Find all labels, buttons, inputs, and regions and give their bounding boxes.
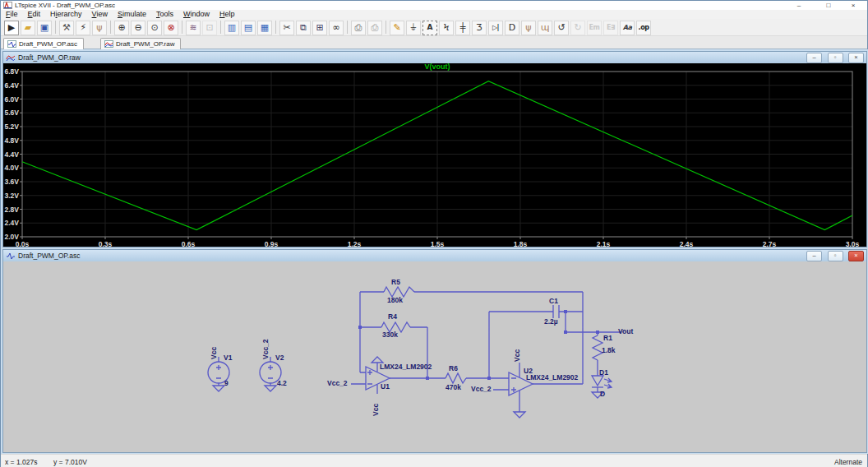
undo-icon[interactable]: ↺: [554, 21, 569, 35]
menu-edit[interactable]: Edit: [23, 10, 46, 19]
menu-window[interactable]: Window: [178, 10, 215, 19]
toolbar-separator: [182, 21, 182, 34]
y-tick-label: 6.4V: [5, 81, 20, 90]
inductor-icon[interactable]: Ʒ: [472, 21, 487, 35]
halt-icon[interactable]: ψ: [92, 21, 107, 35]
net-label-vcc2-u2: Vcc_2: [471, 386, 492, 393]
x-tick-label: 1.2s: [348, 240, 362, 247]
cascade-windows-icon[interactable]: ▦: [257, 21, 272, 35]
net-label-icon[interactable]: A: [422, 21, 437, 35]
close-button[interactable]: ×: [848, 251, 864, 261]
waveform-plot-area[interactable]: 0.0s0.3s0.6s0.9s1.2s1.5s1.8s2.1s2.4s2.7s…: [3, 63, 866, 247]
y-tick-label: 4.4V: [5, 150, 20, 159]
x-tick-label: 0.9s: [265, 240, 279, 247]
schematic-drawing: R5 180k R4 330k R6 470k C1 2.2µ R1 1.8k …: [3, 264, 866, 452]
minimize-button[interactable]: –: [806, 251, 822, 261]
label-v1-name: V1: [224, 354, 232, 362]
wire: [219, 292, 621, 412]
component-icon[interactable]: D: [505, 21, 519, 35]
toolbar-separator: [220, 21, 221, 34]
waveform-plot-svg[interactable]: 0.0s0.3s0.6s0.9s1.2s1.5s1.8s2.1s2.4s2.7s…: [3, 63, 866, 247]
ground-icon[interactable]: ⏚: [406, 21, 421, 35]
menu-view[interactable]: View: [87, 10, 113, 19]
zoom-extents-icon[interactable]: ⊗: [164, 21, 178, 35]
label-r6-name: R6: [449, 365, 458, 372]
move-icon[interactable]: ψ: [521, 21, 536, 35]
resistor-icon[interactable]: Ϟ: [439, 21, 454, 35]
waveform-icon: [104, 40, 113, 48]
redo-icon[interactable]: ↻: [570, 21, 585, 35]
wire-icon[interactable]: ✎: [390, 21, 404, 35]
mirror-icon[interactable]: E∃: [603, 21, 618, 35]
x-tick-label: 0.3s: [99, 240, 113, 247]
y-tick-label: 4.8V: [5, 136, 20, 145]
resistor-r6: [446, 373, 466, 383]
close-button[interactable]: ×: [844, 1, 862, 10]
plot-settings-icon[interactable]: ≋: [186, 21, 201, 35]
label-c1-value: 2.2µ: [544, 318, 558, 326]
open-folder-icon[interactable]: ▰: [21, 21, 35, 35]
ground-symbol-u1-top: [372, 357, 383, 363]
diode-icon[interactable]: ▷|: [488, 21, 503, 35]
control-panel-icon[interactable]: ⚒: [59, 21, 74, 35]
cut-icon[interactable]: ✂: [279, 21, 294, 35]
save-icon[interactable]: ▣: [37, 21, 52, 35]
close-button[interactable]: ×: [848, 53, 864, 63]
menu-hierarchy[interactable]: Hierarchy: [45, 10, 87, 19]
minimize-button[interactable]: –: [790, 1, 808, 10]
paste-icon[interactable]: ⊞: [312, 21, 327, 35]
y-tick-label: 2.8V: [5, 206, 20, 214]
menu-simulate[interactable]: Simulate: [113, 10, 151, 19]
zoom-in-icon[interactable]: ⊕: [114, 21, 129, 35]
ground-symbol-u2: [514, 412, 525, 418]
schematic-canvas[interactable]: R5 180k R4 330k R6 470k C1 2.2µ R1 1.8k …: [3, 261, 866, 452]
rotate-icon[interactable]: Em: [587, 21, 602, 35]
print-preview-icon[interactable]: ⎙: [367, 21, 382, 35]
maximize-button[interactable]: □: [820, 1, 838, 10]
x-tick-label: 1.5s: [431, 240, 445, 247]
toolbar-separator: [110, 21, 111, 34]
tile-horizontal-icon[interactable]: ▤: [241, 21, 256, 35]
source-v2-marks: [268, 365, 273, 378]
new-schematic-icon[interactable]: ▶: [4, 21, 19, 35]
capacitor-icon[interactable]: ╪: [455, 21, 470, 35]
menu-tools[interactable]: Tools: [151, 10, 178, 19]
restore-button[interactable]: ▫: [828, 251, 843, 261]
menu-help[interactable]: Help: [215, 10, 240, 19]
autorange-icon[interactable]: ⊡: [202, 21, 217, 35]
copy-icon[interactable]: ⧉: [296, 21, 311, 35]
y-tick-label: 6.0V: [5, 95, 20, 104]
label-u2-model: LMX24_LM2902: [526, 374, 578, 381]
text-icon[interactable]: Aa: [620, 21, 635, 35]
schematic-window-title: Draft_PWM_OP.asc: [18, 252, 80, 260]
mdi-area: Draft_PWM_OP.raw – ▫ × 0.0s0.3s0.6s0.9s1…: [1, 49, 868, 454]
menu-bar: FileEditHierarchyViewSimulateToolsWindow…: [1, 10, 867, 19]
capacitor-c1: [553, 305, 559, 318]
waveform-window: Draft_PWM_OP.raw – ▫ × 0.0s0.3s0.6s0.9s1…: [2, 51, 867, 247]
y-tick-label: 2.4V: [5, 219, 20, 227]
tab-draft-pwm-op-asc[interactable]: Draft_PWM_OP.asc: [3, 38, 84, 49]
y-tick-label: 4.0V: [5, 164, 20, 172]
cursor-y-readout: y = 7.010V: [53, 458, 87, 466]
minimize-button[interactable]: –: [806, 53, 822, 63]
menu-file[interactable]: File: [1, 10, 23, 19]
schematic-window-titlebar[interactable]: Draft_PWM_OP.asc – ▫ ×: [3, 250, 866, 262]
restore-button[interactable]: ▫: [828, 53, 843, 63]
zoom-area-icon[interactable]: ⊙: [147, 21, 162, 35]
tile-vertical-icon[interactable]: ▥: [224, 21, 239, 35]
tab-draft-pwm-op-raw[interactable]: Draft_PWM_OP.raw: [100, 38, 181, 49]
waveform-window-titlebar[interactable]: Draft_PWM_OP.raw – ▫ ×: [3, 52, 866, 64]
run-icon[interactable]: ⚡: [76, 21, 90, 35]
find-icon[interactable]: ∞: [329, 21, 344, 35]
print-icon[interactable]: ⎙: [351, 21, 366, 35]
toolbar-separator: [386, 21, 386, 34]
net-label-vcc-v1: Vcc: [210, 347, 218, 359]
x-tick-label: 0.0s: [16, 240, 30, 247]
waveform-icon: [6, 53, 16, 62]
drag-icon[interactable]: ɰ: [538, 21, 552, 35]
y-tick-label: 2.0V: [5, 233, 20, 241]
status-bar: x = 1.027s y = 7.010V Alternate: [1, 454, 867, 467]
spice-directive-icon[interactable]: .op: [636, 21, 651, 35]
zoom-back-icon[interactable]: ⊖: [131, 21, 145, 35]
label-v1-value: 9: [224, 380, 229, 387]
